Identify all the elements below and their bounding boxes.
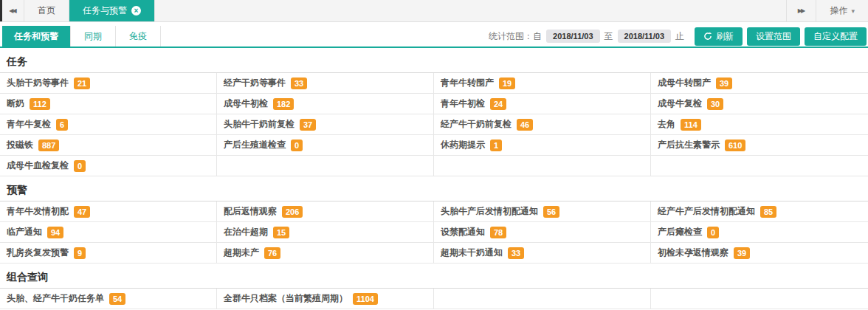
- count-badge[interactable]: 1104: [353, 293, 378, 305]
- task-item[interactable]: 临产通知94: [0, 222, 217, 242]
- set-range-button[interactable]: 设置范围: [747, 27, 800, 46]
- item-label: 临产通知: [7, 226, 42, 238]
- task-item[interactable]: 头胎、经产牛干奶任务单54: [0, 289, 217, 309]
- task-item[interactable]: 青年牛转围产19: [434, 73, 651, 93]
- task-item[interactable]: 头胎干奶等事件21: [0, 73, 217, 93]
- task-item[interactable]: 成母牛血检复检0: [0, 156, 217, 176]
- count-badge[interactable]: 114: [681, 119, 701, 131]
- task-item[interactable]: 投磁铁887: [0, 135, 217, 155]
- collapse-tabs-button[interactable]: ◀◀: [2, 0, 24, 21]
- count-badge[interactable]: 39: [734, 247, 750, 259]
- stat-range-prefix-label: 统计范围：自: [489, 30, 542, 43]
- grid-row: 临产通知94在治牛超期15设禁配通知78产后瘫检查0: [0, 222, 868, 243]
- task-item[interactable]: 乳房炎复发预警9: [0, 243, 217, 263]
- tab-same-period[interactable]: 同期: [70, 26, 116, 46]
- task-item[interactable]: 经产干奶等事件33: [217, 73, 434, 93]
- task-item[interactable]: 青年牛复检6: [0, 114, 217, 134]
- empty-cell: [434, 156, 651, 176]
- grid-row: 青年牛发情初配47配后返情观察206头胎牛产后发情初配通知56经产牛产后发情初配…: [0, 202, 868, 222]
- task-item[interactable]: 头胎牛干奶前复检37: [217, 114, 434, 134]
- count-badge[interactable]: 206: [282, 206, 303, 218]
- close-tab-icon[interactable]: ×: [131, 6, 141, 16]
- count-badge[interactable]: 21: [74, 78, 90, 89]
- tabbar-spacer: [155, 0, 786, 21]
- count-badge[interactable]: 610: [725, 140, 745, 151]
- count-badge[interactable]: 78: [490, 227, 506, 238]
- task-item[interactable]: 头胎牛产后发情初配通知56: [434, 202, 651, 221]
- task-item[interactable]: 超期未干奶通知33: [434, 243, 651, 263]
- count-badge[interactable]: 33: [291, 78, 307, 89]
- refresh-button[interactable]: 刷新: [695, 27, 743, 46]
- item-label: 青年牛复检: [7, 118, 51, 131]
- count-badge[interactable]: 76: [264, 247, 280, 259]
- task-item[interactable]: 经产牛产后发情初配通知85: [651, 202, 868, 221]
- expand-tabs-button[interactable]: ▶▶: [786, 0, 816, 21]
- count-badge[interactable]: 1: [490, 140, 502, 151]
- count-badge[interactable]: 56: [543, 206, 559, 218]
- count-badge[interactable]: 94: [47, 227, 63, 238]
- count-badge[interactable]: 54: [109, 293, 125, 305]
- count-badge[interactable]: 19: [499, 78, 515, 89]
- task-item[interactable]: 断奶112: [0, 94, 217, 114]
- item-label: 在治牛超期: [224, 226, 268, 238]
- custom-config-button[interactable]: 自定义配置: [805, 27, 867, 46]
- task-item[interactable]: 配后返情观察206: [217, 202, 434, 221]
- task-item[interactable]: 在治牛超期15: [217, 222, 434, 242]
- task-item[interactable]: 去角114: [651, 114, 868, 134]
- count-badge[interactable]: 0: [707, 227, 719, 238]
- count-badge[interactable]: 15: [273, 227, 289, 238]
- count-badge[interactable]: 46: [517, 119, 533, 131]
- item-label: 成母牛血检复检: [7, 159, 69, 172]
- count-badge[interactable]: 30: [707, 98, 723, 110]
- task-item[interactable]: 产后瘫检查0: [651, 222, 868, 242]
- task-item[interactable]: 产后抗生素警示610: [651, 135, 868, 155]
- count-badge[interactable]: 0: [291, 140, 303, 151]
- stat-range-suffix-label: 止: [675, 30, 684, 43]
- count-badge[interactable]: 9: [74, 247, 86, 259]
- count-badge[interactable]: 112: [30, 98, 50, 110]
- task-item[interactable]: 休药期提示1: [434, 135, 651, 155]
- count-badge[interactable]: 39: [716, 78, 732, 89]
- tab-home[interactable]: 首页: [24, 0, 69, 21]
- task-item[interactable]: 初检未孕返情观察39: [651, 243, 868, 263]
- date-from-field[interactable]: 2018/11/03: [546, 30, 599, 43]
- actions-dropdown[interactable]: 操作 ▾: [816, 0, 868, 21]
- item-label: 乳房炎复发预警: [7, 247, 69, 259]
- task-item[interactable]: 成母牛复检30: [651, 94, 868, 114]
- tab-tasks-and-warnings[interactable]: 任务和预警: [2, 26, 70, 46]
- task-item[interactable]: 成母牛初检182: [217, 94, 434, 114]
- count-badge[interactable]: 0: [74, 160, 86, 172]
- task-item[interactable]: 设禁配通知78: [434, 222, 651, 242]
- count-badge[interactable]: 37: [300, 119, 316, 131]
- item-label: 青年牛转围产: [441, 77, 494, 89]
- task-item[interactable]: 成母牛转围产39: [651, 73, 868, 93]
- toolbar: 任务和预警 同期 免疫 统计范围：自 2018/11/03 至 2018/11/…: [0, 26, 868, 48]
- toolbar-buttons: 刷新 设置范围 自定义配置: [684, 26, 868, 46]
- tab-immunity[interactable]: 免疫: [116, 26, 161, 46]
- count-badge[interactable]: 6: [56, 119, 68, 131]
- task-item[interactable]: 青年牛初检24: [434, 94, 651, 114]
- item-label: 配后返情观察: [224, 205, 277, 218]
- refresh-label: 刷新: [716, 30, 734, 43]
- count-badge[interactable]: 85: [760, 206, 776, 218]
- task-item[interactable]: 产后生殖道检查0: [217, 135, 434, 155]
- item-label: 头胎牛产后发情初配通知: [441, 205, 538, 218]
- count-badge[interactable]: 24: [490, 98, 506, 110]
- page: ◀◀ 首页 任务与预警 × ▶▶ 操作 ▾ 任务和预警 同期 免疫 统计范围：自…: [0, 0, 868, 310]
- grid-row: 投磁铁887产后生殖道检查0休药期提示1产后抗生素警示610: [0, 135, 868, 156]
- item-label: 全群牛只档案（当前繁殖周期）: [224, 292, 348, 305]
- task-item[interactable]: 青年牛发情初配47: [0, 202, 217, 221]
- count-badge[interactable]: 887: [38, 140, 59, 151]
- double-chevron-right-icon: ▶▶: [798, 7, 804, 14]
- count-badge[interactable]: 33: [508, 247, 524, 259]
- task-item[interactable]: 超期未产76: [217, 243, 434, 263]
- task-item[interactable]: 全群牛只档案（当前繁殖周期）1104: [217, 289, 434, 309]
- task-item[interactable]: 经产牛干奶前复检46: [434, 114, 651, 134]
- date-to-field[interactable]: 2018/11/03: [618, 30, 671, 43]
- item-label: 去角: [658, 118, 675, 131]
- empty-cell: [651, 289, 868, 309]
- count-badge[interactable]: 182: [273, 98, 294, 110]
- count-badge[interactable]: 47: [74, 206, 90, 218]
- tab-tasks-warnings[interactable]: 任务与预警 ×: [69, 0, 155, 21]
- item-label: 超期未干奶通知: [441, 247, 503, 259]
